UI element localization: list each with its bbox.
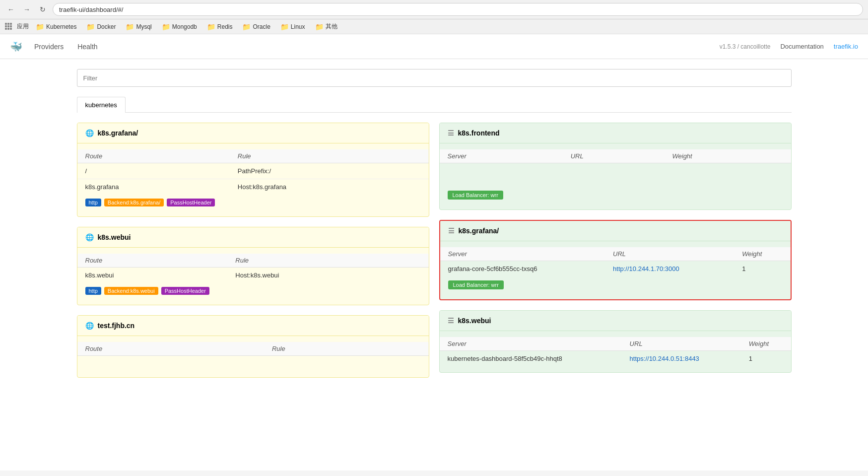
backend-card-grafana-header: ☰ k8s.grafana/	[440, 221, 791, 241]
bookmark-linux[interactable]: 📁 Linux	[277, 22, 308, 32]
browser-chrome: ← → ↻	[0, 0, 868, 19]
table-icon: ☰	[448, 129, 454, 137]
filter-input[interactable]	[77, 69, 792, 87]
backend-webui-table: Server URL Weight kubernetes-dashboard-5…	[440, 337, 791, 366]
backend-card-frontend-header: ☰ k8s.frontend	[440, 123, 791, 143]
folder-icon: 📁	[162, 23, 170, 31]
backend-frontend-title: k8s.frontend	[458, 129, 500, 137]
health-link[interactable]: Health	[75, 43, 99, 51]
col-weight: Weight	[741, 337, 791, 351]
rule-value: Host:k8s.webui	[227, 268, 428, 283]
tag-http: http	[85, 199, 101, 206]
frontend-webui-table: Route Rule k8s.webui Host:k8s.webui	[77, 254, 429, 283]
table-row	[77, 356, 429, 372]
app-container: 🐳 Providers Health v1.5.3 / cancoillotte…	[0, 34, 868, 471]
folder-icon: 📁	[315, 23, 324, 31]
col-rule: Rule	[227, 254, 428, 268]
apps-grid-icon[interactable]	[5, 23, 13, 31]
globe-icon: 🌐	[85, 233, 94, 241]
table-icon: ☰	[448, 317, 454, 325]
address-bar[interactable]	[53, 3, 863, 16]
frontend-card-webui: 🌐 k8s.webui Route Rule	[77, 227, 429, 305]
frontend-card-webui-header: 🌐 k8s.webui	[77, 227, 429, 248]
col-backends: ☰ k8s.frontend Server URL Weight	[439, 123, 792, 383]
table-row: grafana-core-5cf6b555cc-txsq6 http://10.…	[440, 261, 791, 277]
backend-webui-body: Server URL Weight kubernetes-dashboard-5…	[440, 331, 791, 372]
backend-grafana-body: Server URL Weight grafana-core-5cf6b555c…	[440, 241, 791, 299]
backend-card-webui-header: ☰ k8s.webui	[440, 311, 791, 331]
col-server: Server	[440, 149, 563, 163]
route-value: /	[77, 163, 230, 179]
forward-button[interactable]: →	[21, 3, 33, 15]
apps-label: 应用	[17, 22, 29, 31]
server-name: grafana-core-5cf6b555cc-txsq6	[440, 261, 605, 277]
backend-grafana-table: Server URL Weight grafana-core-5cf6b555c…	[440, 247, 791, 276]
server-name: kubernetes-dashboard-58f5cb49c-hhqt8	[440, 351, 622, 367]
col-server: Server	[440, 337, 622, 351]
server-weight: 1	[734, 261, 790, 277]
folder-icon: 📁	[242, 23, 251, 31]
table-row	[440, 163, 791, 187]
tag-passhostheader: PassHostHeader	[161, 287, 209, 295]
backend-webui-title: k8s.webui	[458, 317, 491, 325]
frontend-grafana-body: Route Rule / PathPrefix:/ k8s.	[77, 143, 429, 216]
top-nav: 🐳 Providers Health v1.5.3 / cancoillotte…	[0, 34, 868, 59]
route-value: k8s.grafana	[77, 179, 230, 195]
nav-logo: 🐳	[10, 41, 22, 53]
lb-badge: Load Balancer: wrr	[448, 191, 503, 200]
frontend-card-grafana: 🌐 k8s.grafana/ Route Rule	[77, 123, 429, 217]
tab-bar: kubernetes	[77, 97, 792, 113]
frontend-grafana-tags: http Backend:k8s.grafana/ PassHostHeader	[77, 195, 429, 210]
col-route: Route	[77, 342, 264, 356]
col-url: URL	[622, 337, 741, 351]
folder-icon: 📁	[207, 23, 215, 31]
backend-frontend-body: Server URL Weight Load	[440, 143, 791, 209]
frontend-fjhb-table: Route Rule	[77, 342, 429, 371]
tag-backend: Backend:k8s.grafana/	[104, 199, 164, 206]
server-weight: 1	[741, 351, 791, 367]
route-empty	[77, 356, 264, 372]
col-rule: Rule	[230, 149, 429, 163]
bookmark-oracle[interactable]: 📁 Oracle	[239, 22, 273, 32]
table-row: kubernetes-dashboard-58f5cb49c-hhqt8 htt…	[440, 351, 791, 367]
folder-icon: 📁	[280, 23, 289, 31]
frontend-grafana-title: k8s.grafana/	[98, 129, 138, 137]
col-weight: Weight	[664, 149, 791, 163]
bookmark-docker[interactable]: 📁 Docker	[83, 22, 119, 32]
frontend-card-fjhb: 🌐 test.fjhb.cn Route Rule	[77, 315, 429, 378]
frontend-card-grafana-header: 🌐 k8s.grafana/	[77, 123, 429, 143]
bookmark-mongodb[interactable]: 📁 Mongodb	[159, 22, 200, 32]
server-url[interactable]: http://10.244.1.70:3000	[613, 265, 679, 272]
providers-link[interactable]: Providers	[32, 43, 66, 51]
frontend-webui-title: k8s.webui	[98, 233, 131, 241]
col-route: Route	[77, 149, 230, 163]
table-row: / PathPrefix:/	[77, 163, 429, 179]
table-row: k8s.grafana Host:k8s.grafana	[77, 179, 429, 195]
bookmark-redis[interactable]: 📁 Redis	[204, 22, 236, 32]
folder-icon: 📁	[126, 23, 134, 31]
documentation-link[interactable]: Documentation	[780, 43, 823, 50]
tag-backend: Backend:k8s.webui	[104, 287, 158, 295]
refresh-button[interactable]: ↻	[37, 3, 49, 15]
globe-icon: 🌐	[85, 322, 94, 330]
folder-icon: 📁	[36, 23, 44, 31]
backend-grafana-title: k8s.grafana/	[459, 227, 499, 235]
tag-http: http	[85, 287, 101, 295]
bookmark-other[interactable]: 📁 其他	[312, 21, 340, 32]
backend-frontend-table: Server URL Weight	[440, 149, 791, 187]
back-button[interactable]: ←	[5, 3, 17, 15]
lb-badge: Load Balancer: wrr	[448, 280, 504, 289]
bookmark-kubernetes[interactable]: 📁 Kubernetes	[33, 22, 79, 32]
tab-kubernetes[interactable]: kubernetes	[77, 97, 126, 113]
col-rule: Rule	[264, 342, 429, 356]
col-url: URL	[563, 149, 665, 163]
bookmark-mysql[interactable]: 📁 Mysql	[123, 22, 154, 32]
frontend-fjhb-title: test.fjhb.cn	[98, 322, 135, 330]
traefik-io-link[interactable]: traefik.io	[834, 43, 858, 50]
col-server: Server	[440, 247, 605, 261]
frontend-fjhb-body: Route Rule	[77, 336, 429, 377]
main-content: kubernetes 🌐 k8s.grafana/ Rou	[62, 59, 806, 398]
backend-card-grafana: ☰ k8s.grafana/ Server URL Weight	[439, 220, 792, 300]
server-url[interactable]: https://10.244.0.51:8443	[630, 355, 699, 362]
col-url: URL	[605, 247, 734, 261]
